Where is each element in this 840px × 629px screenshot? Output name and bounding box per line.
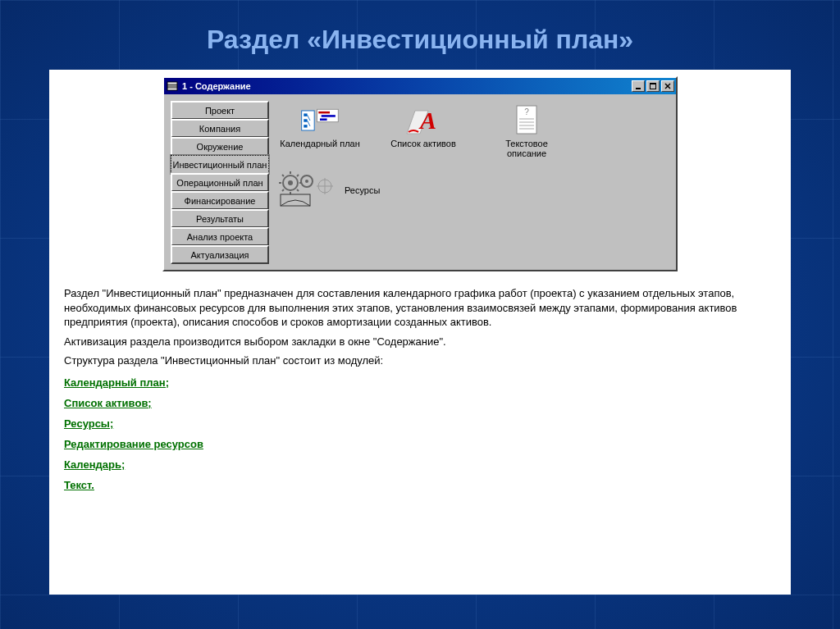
link-asset-list[interactable]: Список активов; (64, 397, 776, 409)
tab-investment-plan[interactable]: Инвестиционный план (171, 155, 269, 174)
section-tabs: Проект Компания Окружение Инвестиционный… (171, 101, 269, 263)
svg-line-36 (297, 189, 299, 191)
window-title: 1 - Содержание (182, 81, 630, 91)
link-text[interactable]: Текст. (64, 479, 776, 491)
tab-financing[interactable]: Финансирование (171, 191, 269, 210)
link-calendar-plan[interactable]: Календарный план; (64, 376, 776, 389)
svg-point-28 (288, 180, 293, 185)
close-button[interactable] (661, 80, 674, 92)
svg-line-34 (297, 175, 299, 176)
link-edit-resources[interactable]: Редактирование ресурсов (64, 438, 776, 450)
svg-text:?: ? (524, 107, 529, 116)
tab-analysis[interactable]: Анализ проекта (171, 227, 269, 246)
svg-rect-17 (322, 115, 336, 117)
module-label: Ресурсы (345, 185, 380, 195)
svg-point-38 (305, 180, 308, 183)
tab-environment[interactable]: Окружение (171, 137, 269, 156)
content-panel: 1 - Содержание Проект Компания Окружение… (49, 70, 791, 595)
module-asset-list[interactable]: A Список активов (382, 104, 464, 158)
slide-title: Раздел «Инвестиционный план» (0, 0, 840, 70)
link-resources[interactable]: Ресурсы; (64, 417, 776, 430)
document-icon: ? (507, 104, 546, 137)
module-label: Текстовое описание (486, 139, 568, 158)
module-area: Календарный план A Список активов (276, 101, 669, 263)
app-window: 1 - Содержание Проект Компания Окружение… (162, 76, 678, 271)
svg-rect-16 (318, 112, 330, 114)
svg-rect-10 (304, 113, 307, 116)
module-label: Список активов (390, 139, 456, 148)
module-calendar-plan[interactable]: Календарный план (279, 104, 361, 158)
tab-project[interactable]: Проект (171, 101, 269, 120)
titlebar[interactable]: 1 - Содержание (164, 78, 676, 94)
tab-company[interactable]: Компания (171, 119, 269, 138)
link-calendar[interactable]: Календарь; (64, 458, 776, 471)
tab-actualization[interactable]: Актуализация (171, 245, 269, 264)
gears-icon (279, 173, 336, 206)
svg-line-35 (282, 189, 284, 191)
svg-rect-18 (320, 118, 327, 121)
svg-rect-11 (304, 119, 307, 121)
assets-icon: A (404, 104, 443, 137)
description-paragraph-3: Структура раздела "Инвестиционный план" … (64, 353, 776, 368)
maximize-button[interactable] (646, 80, 660, 92)
svg-rect-4 (636, 88, 641, 89)
tab-results[interactable]: Результаты (171, 209, 269, 228)
gantt-chart-icon (300, 104, 340, 137)
module-label: Календарный план (280, 139, 360, 148)
description-paragraph-1: Раздел "Инвестиционный план" предназначе… (64, 286, 776, 330)
svg-text:A: A (418, 107, 436, 134)
minimize-button[interactable] (632, 80, 645, 92)
svg-rect-9 (302, 111, 314, 130)
tab-operational-plan[interactable]: Операционный план (171, 173, 269, 192)
window-body: Проект Компания Окружение Инвестиционный… (164, 94, 676, 270)
svg-rect-6 (650, 83, 656, 84)
module-text-description[interactable]: ? Текстовое описание (486, 104, 568, 158)
svg-line-33 (282, 175, 284, 176)
svg-rect-12 (304, 125, 307, 127)
module-links: Календарный план; Список активов; Ресурс… (64, 376, 776, 491)
module-resources[interactable]: Ресурсы (279, 173, 380, 206)
description-paragraph-2: Активизация раздела производится выбором… (64, 335, 776, 349)
app-icon (166, 80, 179, 93)
